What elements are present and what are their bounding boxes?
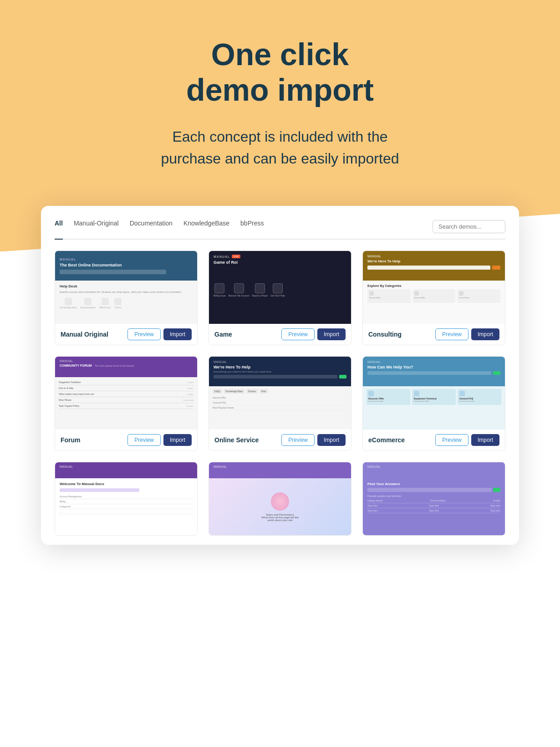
demo-card-online-service: MANUAL We're Here To Help Everything you… [209,356,351,451]
demo-screenshot-online: MANUAL We're Here To Help Everything you… [209,357,351,430]
hero-subtitle: Each concept is included with the purcha… [121,126,439,169]
demo-name-manual: Manual Original [61,331,108,338]
demo-screenshot-ecommerce: MANUAL How Can We Help You? Discover Off… [363,357,505,430]
demo-screenshot-game: MANUAL LIVE Game of Roi Billing Issue Re… [209,251,351,324]
demo-name-game: Game [214,331,232,338]
preview-button-forum[interactable]: Preview [127,434,161,446]
demo-actions-consulting: Preview Import [435,328,499,340]
demo-screenshot-docs: MANUAL Welcome To Manual Docs Account Ma… [55,462,197,535]
tab-bbpress[interactable]: bbPress [240,220,264,233]
hero-title-line1: One click [211,37,349,72]
demo-screenshot-consulting: MANUAL We're Here To Help Explore By Cat… [363,251,505,324]
demo-name-forum: Forum [61,436,81,444]
import-button-game[interactable]: Import [317,328,346,340]
demo-name-online: Online Service [214,436,259,444]
demo-actions-manual: Preview Import [127,328,192,340]
demo-name-consulting: Consulting [368,331,402,338]
tabs-bar: All Manual-Original Documentation Knowle… [55,220,505,240]
preview-button-ecommerce[interactable]: Preview [435,434,468,446]
demo-card-manual-original: MANUAL The Best Online Documentation Hel… [55,251,198,345]
demo-screenshot-forum: MANUAL COMMUNITY FORUM The most popular … [55,357,197,430]
demo-card-forum: MANUAL COMMUNITY FORUM The most popular … [55,356,198,451]
demo-screenshot-pink: MANUAL Steps and PermissionsWhat does al… [209,462,351,535]
demo-card-footer: Consulting Preview Import [363,324,505,345]
demo-actions-ecommerce: Preview Import [435,434,499,446]
demos-grid: MANUAL The Best Online Documentation Hel… [55,251,505,451]
tab-documentation[interactable]: Documentation [130,220,173,233]
demo-panel: All Manual-Original Documentation Knowle… [41,206,519,545]
demo-name-ecommerce: eCommerce [368,436,405,444]
bottom-row: MANUAL Welcome To Manual Docs Account Ma… [55,462,505,536]
tab-manual-original[interactable]: Manual-Original [74,220,119,233]
tab-knowledgebase[interactable]: KnowledgeBase [183,220,229,233]
demo-card-pink: MANUAL Steps and PermissionsWhat does al… [209,462,351,536]
hero-subtitle-line2: purchase and can be easily imported [161,150,399,167]
tab-all[interactable]: All [55,220,63,233]
import-button-manual[interactable]: Import [163,328,192,340]
demo-screenshot-manual: MANUAL The Best Online Documentation Hel… [55,251,197,324]
import-button-forum[interactable]: Import [163,434,192,446]
demo-card-docs: MANUAL Welcome To Manual Docs Account Ma… [55,462,198,536]
hero-title: One click demo import [9,36,551,107]
search-input[interactable] [433,220,505,233]
preview-button-consulting[interactable]: Preview [435,328,468,340]
demo-card-purple: MANUAL Find Your Answers Popular guides … [362,462,505,536]
demo-actions-game: Preview Import [281,328,346,340]
hero-title-line2: demo import [186,72,374,107]
demo-card-footer: Manual Original Preview Import [55,324,197,345]
demo-actions-forum: Preview Import [127,434,192,446]
demo-card-footer: Online Service Preview Import [209,430,351,450]
hero-subtitle-line1: Each concept is included with the [172,128,387,145]
demo-card-consulting: MANUAL We're Here To Help Explore By Cat… [362,251,505,345]
demo-card-ecommerce: MANUAL How Can We Help You? Discover Off… [362,356,505,451]
preview-button-online[interactable]: Preview [281,434,315,446]
demo-screenshot-purple: MANUAL Find Your Answers Popular guides … [363,462,505,535]
preview-button-manual[interactable]: Preview [127,328,161,340]
demo-card-footer: eCommerce Preview Import [363,430,505,450]
import-button-online[interactable]: Import [317,434,346,446]
preview-button-game[interactable]: Preview [281,328,315,340]
demo-card-footer: Forum Preview Import [55,430,197,450]
demo-actions-online: Preview Import [281,434,346,446]
import-button-ecommerce[interactable]: Import [471,434,499,446]
demo-card-footer: Game Preview Import [209,324,351,345]
demo-card-game: MANUAL LIVE Game of Roi Billing Issue Re… [209,251,351,345]
import-button-consulting[interactable]: Import [471,328,499,340]
